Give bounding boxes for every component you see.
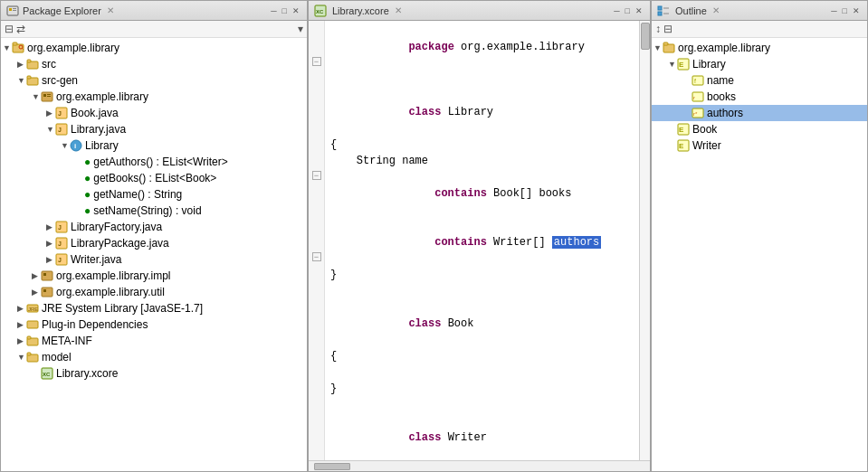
hscrollbar-thumb[interactable] [314, 463, 350, 470]
tree-item-setname[interactable]: ● setName(String) : void [1, 203, 307, 219]
code-class-library: Library [441, 106, 493, 118]
tree-item-jre[interactable]: ▶ JRE JRE System Library [JavaSE-1.7] [1, 300, 307, 316]
editor-gutter: − − − [309, 21, 325, 460]
gutter-line-3[interactable]: − [309, 53, 324, 70]
collapse-class-library[interactable]: − [312, 57, 321, 66]
java-file-icon-factory: J [55, 221, 68, 233]
code-content[interactable]: package org.example.library class Librar… [325, 21, 639, 460]
svg-text:J: J [58, 110, 62, 117]
outline-item-book[interactable]: E Book [652, 121, 867, 137]
tree-item-library-class[interactable]: ▼ i Library [1, 137, 307, 154]
outline-collapse-icon[interactable]: ⊟ [663, 23, 672, 35]
tree-label-writer-java: Writer.java [71, 253, 121, 266]
svg-text:E: E [679, 126, 684, 134]
gutter-line-10[interactable]: − [309, 167, 324, 184]
outline-item-writer[interactable]: E Writer [652, 137, 867, 154]
library-icon-plugins [26, 318, 39, 331]
package-icon [41, 90, 53, 103]
outline-close-btn[interactable]: ✕ [851, 6, 862, 15]
outline-tab-close[interactable]: ✕ [712, 5, 720, 15]
close-btn[interactable]: ✕ [291, 6, 301, 15]
code-line-2 [330, 71, 634, 88]
outline-item-library[interactable]: ▼ E Library [652, 56, 867, 72]
outline-header: Outline ✕ ─ □ ✕ [652, 1, 867, 21]
svg-text:i: i [74, 142, 76, 150]
outline-label-books: books [707, 90, 736, 103]
tree-item-library-java[interactable]: ▼ J Library.java [1, 121, 307, 137]
editor-maximize-btn[interactable]: □ [624, 6, 632, 15]
collapse-all-icon[interactable]: ⊟ [5, 23, 14, 35]
svg-rect-34 [27, 321, 38, 328]
outline-item-root[interactable]: ▼ org.example.library [652, 40, 867, 56]
outline-item-books[interactable]: r books [652, 89, 867, 105]
tree-item-src[interactable]: ▶ src [1, 56, 307, 72]
link-with-editor-icon[interactable]: ⇄ [16, 23, 25, 35]
tree-label-getname: getName() : String [93, 188, 182, 201]
minimize-btn[interactable]: ─ [269, 6, 278, 15]
tree-item-librarypackage[interactable]: ▶ J LibraryPackage.java [1, 235, 307, 251]
tree-item-getauthors[interactable]: ● getAuthors() : EList<Writer> [1, 154, 307, 170]
gutter-line-15[interactable]: − [309, 249, 324, 265]
outline-minimize-btn[interactable]: ─ [829, 6, 838, 15]
code-line-6: contains Book[] books [330, 169, 634, 218]
gutter-line-13 [309, 216, 324, 232]
editor-hscrollbar[interactable] [309, 460, 650, 471]
gutter-line-7 [309, 118, 324, 135]
arrow-librarypackage: ▶ [46, 239, 55, 248]
tree-item-impl[interactable]: ▶ org.example.library.impl [1, 268, 307, 284]
arrow-library-class: ▼ [61, 141, 70, 150]
tree-item-libraryfactory[interactable]: ▶ J LibraryFactory.java [1, 219, 307, 235]
outline-item-authors[interactable]: r* authors [652, 105, 867, 121]
gutter-line-4 [309, 70, 324, 86]
arrow-util: ▶ [32, 288, 41, 297]
kw-class-writer: class [408, 431, 441, 444]
package-explorer-title: Package Explorer [23, 5, 101, 16]
vscrollbar-thumb[interactable] [641, 23, 650, 50]
svg-text:E: E [679, 142, 684, 150]
tree-item-plugins[interactable]: ▶ Plug-in Dependencies [1, 316, 307, 333]
tree-item-model[interactable]: ▼ model [1, 349, 307, 365]
kw-package: package [408, 41, 453, 53]
code-line-11: { [330, 348, 634, 364]
collapse-class-book[interactable]: − [312, 171, 321, 180]
svg-rect-38 [27, 353, 31, 355]
code-class-writer: Writer [441, 431, 486, 444]
java-file-icon-writer: J [55, 253, 68, 266]
tree-item-getname[interactable]: ● getName() : String [1, 186, 307, 203]
maximize-btn[interactable]: □ [281, 6, 289, 15]
view-menu-icon[interactable]: ▾ [298, 23, 303, 35]
outline-project-icon [663, 42, 675, 54]
tree-label-util: org.example.library.util [56, 286, 165, 298]
svg-text:f: f [694, 78, 696, 84]
tree-item-writer-java[interactable]: ▶ J Writer.java [1, 251, 307, 268]
xcore-tab-icon: XC [314, 5, 327, 17]
tree-item-library-xcore[interactable]: XC Library.xcore [1, 365, 307, 382]
tree-label-library-class: Library [85, 139, 119, 152]
editor-tab-close[interactable]: ✕ [395, 5, 402, 15]
editor-minimize-btn[interactable]: ─ [612, 6, 621, 15]
arrow-metainf: ▶ [17, 336, 26, 345]
svg-text:J: J [58, 127, 62, 133]
tree-item-root[interactable]: ▼ org.example.library [1, 40, 307, 56]
editor-close-btn[interactable]: ✕ [634, 6, 644, 15]
collapse-class-writer[interactable]: − [312, 252, 321, 261]
tree-item-pkg[interactable]: ▼ org.example.library [1, 89, 307, 105]
outline-class-icon-library: E [677, 58, 690, 71]
tree-item-getbooks[interactable]: ● getBooks() : EList<Book> [1, 170, 307, 186]
outline-maximize-btn[interactable]: □ [841, 6, 849, 15]
svg-rect-2 [13, 8, 16, 9]
tree-item-util[interactable]: ▶ org.example.library.util [1, 284, 307, 300]
gutter-line-1 [309, 21, 324, 37]
tree-item-srcgen[interactable]: ▼ src-gen [1, 72, 307, 89]
editor-vscrollbar[interactable] [639, 21, 650, 460]
code-class-book: Book [441, 317, 473, 330]
outline-item-name[interactable]: f name [652, 72, 867, 89]
outline-class-icon-writer: E [677, 139, 690, 152]
gutter-line-2 [309, 37, 324, 53]
tree-item-metainf[interactable]: ▶ META-INF [1, 333, 307, 349]
outline-sort-icon[interactable]: ↕ [655, 23, 661, 35]
arrow-root: ▼ [3, 43, 12, 52]
tree-label-book-java: Book.java [71, 107, 119, 119]
tree-item-book-java[interactable]: ▶ J Book.java [1, 105, 307, 121]
outline-content: ▼ org.example.library ▼ E Library f [652, 38, 867, 471]
